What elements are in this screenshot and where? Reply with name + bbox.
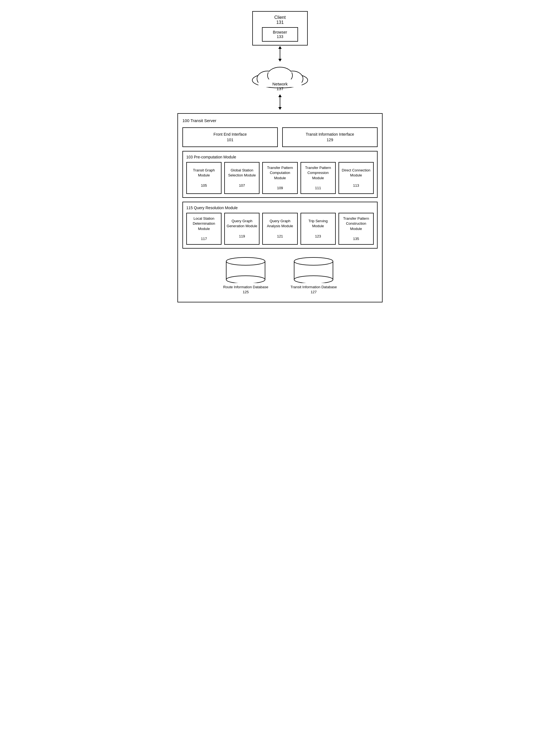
client-text: Client [275,15,286,20]
route-db-number: 125 [243,290,249,294]
double-arrow-2 [280,97,280,108]
transit-db-number: 127 [311,290,317,294]
trip-serving-label: Trip Serving Module [303,218,334,229]
query-graph-gen-number: 119 [239,234,245,239]
query-graph-analysis-box: Query Graph Analysis Module 121 [262,213,298,245]
local-station-number: 117 [201,236,207,242]
front-end-interface-label: Front End Interface [214,132,247,136]
svg-point-8 [226,257,265,265]
route-db-label: Route Information Database 125 [223,285,268,295]
transfer-pattern-compr-label: Transfer Pattern Compression Module [303,165,334,180]
transit-db-item: Transit Information Database 127 [291,255,337,295]
transit-db-text: Transit Information Database [291,285,337,289]
transfer-pattern-comp-label: Transfer Pattern Computation Module [264,165,295,180]
databases-row: Route Information Database 125 Transit I… [182,255,378,297]
trip-serving-number: 123 [315,234,321,239]
direct-connection-number: 113 [353,183,359,188]
query-graph-analysis-label: Query Graph Analysis Module [264,218,295,229]
precomputation-modules-row: Transit Graph Module 105 Global Station … [186,162,374,194]
local-station-module-box: Local Station Determination Module 117 [186,213,221,245]
transit-graph-label: Transit Graph Module [188,168,219,178]
transit-server-title: 100 Transit Server [182,118,378,123]
client-number: 131 [276,20,284,25]
transfer-pattern-construction-box: Transfer Pattern Construction Module 135 [339,213,374,245]
query-graph-generation-box: Query Graph Generation Module 119 [224,213,259,245]
transfer-pattern-compression-box: Transfer Pattern Compression Module 111 [301,162,336,194]
query-resolution-modules-row: Local Station Determination Module 117 Q… [186,213,374,245]
client-box: Client 131 Browser 133 [252,11,308,45]
transit-graph-number: 105 [201,183,207,188]
direct-connection-label: Direct Connection Module [341,168,372,178]
query-resolution-module-box: 115 Query Resolution Module Local Statio… [182,202,378,249]
transit-info-interface-number: 129 [326,138,333,142]
transit-information-interface-box: Transit Information Interface 129 [282,127,378,147]
transit-server-box: 100 Transit Server Front End Interface 1… [177,113,383,302]
browser-number: 133 [277,34,283,39]
front-end-interface-number: 101 [227,138,233,142]
transfer-pattern-const-number: 135 [353,236,359,242]
transfer-pattern-compr-number: 111 [315,186,321,191]
route-db-text: Route Information Database [223,285,268,289]
interfaces-row: Front End Interface 101 Transit Informat… [182,127,378,147]
browser-box: Browser 133 [262,27,298,42]
trip-serving-module-box: Trip Serving Module 123 [301,213,336,245]
transit-graph-module-box: Transit Graph Module 105 [186,162,221,194]
architecture-diagram: Client 131 Browser 133 Network 137 [175,11,385,302]
network-label: Network [272,81,287,86]
query-graph-gen-label: Query Graph Generation Module [226,218,257,229]
double-arrow-1 [280,48,280,59]
query-resolution-title: 115 Query Resolution Module [186,206,374,210]
local-station-label: Local Station Determination Module [188,216,219,231]
arrow-client-to-network [280,45,280,62]
front-end-interface-box: Front End Interface 101 [182,127,278,147]
precomputation-module-box: 103 Pre-computation Module Transit Graph… [182,151,378,198]
global-station-module-box: Global Station Selection Module 107 [224,162,259,194]
browser-label: Browser [273,30,287,34]
query-graph-analysis-number: 121 [277,234,283,239]
client-label: Client 131 [275,15,286,25]
precomputation-title: 103 Pre-computation Module [186,155,374,159]
svg-rect-5 [268,72,292,77]
direct-connection-module-box: Direct Connection Module 113 [339,162,374,194]
global-station-label: Global Station Selection Module [226,168,257,178]
route-db-cylinder [223,255,268,283]
transit-db-label: Transit Information Database 127 [291,285,337,295]
arrow-network-to-server [280,94,280,111]
transfer-pattern-computation-box: Transfer Pattern Computation Module 109 [262,162,298,194]
network-number: 137 [276,86,283,91]
network-label-container: Network 137 [272,81,287,91]
transfer-pattern-const-label: Transfer Pattern Construction Module [341,216,372,231]
svg-point-11 [294,257,333,265]
transit-info-interface-label: Transit Information Interface [306,132,354,136]
route-db-item: Route Information Database 125 [223,255,268,295]
svg-point-10 [294,276,333,283]
global-station-number: 107 [239,183,245,188]
svg-point-7 [226,276,265,283]
transfer-pattern-comp-number: 109 [277,186,283,191]
transit-db-cylinder [292,255,336,283]
network-cloud-container: Network 137 [247,65,313,91]
